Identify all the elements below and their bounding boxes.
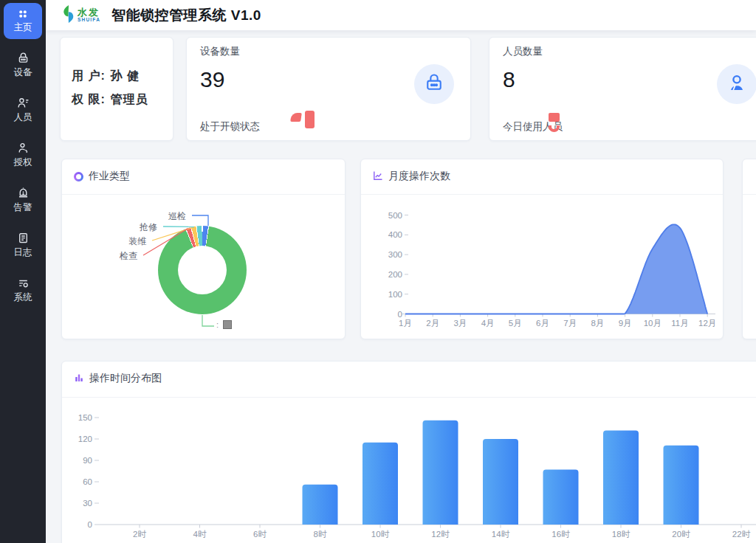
- sidebar-item-personnel[interactable]: 人员: [0, 97, 46, 124]
- top-header: 水发 SHUIFA 智能锁控管理系统 V1.0: [46, 0, 756, 30]
- log-icon: [0, 232, 46, 244]
- device-count-card: 设备数量 39 处于开锁状态: [186, 37, 471, 141]
- current-user-card: 用 户:孙 健 权 限:管理员: [60, 37, 173, 141]
- personnel-badge: [717, 64, 756, 104]
- personnel-count-value: 8: [503, 67, 515, 92]
- device-unlocked-label: 处于开锁状态: [200, 120, 260, 134]
- svg-text:400: 400: [388, 230, 402, 239]
- missing-glyph-box: [223, 320, 232, 329]
- svg-text:20时: 20时: [672, 530, 690, 539]
- user-value: 孙 健: [111, 69, 140, 82]
- leaf-logo-icon: [62, 5, 75, 26]
- svg-text:90: 90: [83, 456, 92, 465]
- svg-text:1月: 1月: [399, 319, 412, 328]
- donut-label-main: :: [216, 320, 219, 329]
- brand-name-en: SHUIFA: [78, 18, 100, 23]
- sidebar: 主页 设备 人员: [0, 0, 46, 543]
- svg-text:16时: 16时: [551, 530, 570, 539]
- svg-text:10时: 10时: [371, 530, 390, 539]
- svg-text:150: 150: [78, 413, 92, 422]
- divider: [743, 194, 756, 195]
- auth-person-icon: [0, 142, 46, 154]
- monthly-operations-area-chart: 01002003004005001月2月3月4月5月6月7月8月9月10月11月…: [361, 159, 724, 340]
- svg-text:0: 0: [398, 310, 402, 319]
- sidebar-item-label: 主页: [14, 22, 32, 32]
- svg-text:200: 200: [388, 270, 402, 279]
- lock-icon: [0, 52, 46, 64]
- svg-text:0: 0: [88, 520, 92, 529]
- grid-icon: [4, 8, 42, 20]
- svg-text:22时: 22时: [732, 530, 751, 539]
- people-icon: [0, 97, 46, 109]
- sidebar-item-label: 人员: [14, 112, 32, 122]
- svg-text:5月: 5月: [509, 319, 522, 328]
- user-label: 用 户:: [72, 69, 106, 82]
- device-count-title: 设备数量: [200, 45, 240, 58]
- svg-text:11月: 11月: [671, 319, 688, 328]
- svg-text:9月: 9月: [619, 319, 632, 328]
- personnel-count-card: 人员数量 8 今日使用人员: [489, 37, 756, 141]
- svg-text:7月: 7月: [563, 319, 577, 328]
- donut-label-zhuangwei: 装维: [128, 235, 146, 248]
- personnel-count-title: 人员数量: [503, 45, 543, 58]
- svg-text:4月: 4月: [481, 319, 495, 328]
- alarm-icon: [0, 187, 46, 199]
- svg-text:6时: 6时: [253, 530, 267, 539]
- broken-glyph-fragment: [290, 113, 302, 122]
- donut-label-xunjian: 巡检: [168, 210, 186, 223]
- svg-text:18时: 18时: [612, 530, 630, 539]
- donut-callout-lines: [62, 159, 346, 340]
- sidebar-item-authorization[interactable]: 授权: [0, 142, 46, 169]
- system-icon: [0, 277, 46, 289]
- svg-text:30: 30: [83, 499, 92, 508]
- sidebar-item-log[interactable]: 日志: [0, 232, 46, 259]
- sidebar-item-device[interactable]: 设备: [0, 52, 46, 79]
- permission-row: 权 限:管理员: [72, 92, 148, 108]
- svg-text:60: 60: [83, 477, 92, 486]
- donut-label-jiancha: 检查: [120, 250, 137, 263]
- svg-text:12月: 12月: [698, 319, 716, 328]
- sidebar-item-label: 系统: [14, 292, 32, 302]
- sidebar-item-label: 设备: [14, 67, 32, 77]
- svg-text:8时: 8时: [314, 530, 327, 539]
- sidebar-item-system[interactable]: 系统: [0, 277, 46, 304]
- cutoff-chart-card: [742, 159, 756, 339]
- device-badge: [414, 64, 454, 104]
- brand-name-cn: 水发: [78, 7, 100, 17]
- svg-text:14时: 14时: [492, 530, 510, 539]
- svg-text:500: 500: [388, 211, 402, 220]
- sidebar-item-label: 告警: [14, 202, 32, 212]
- svg-text:4时: 4时: [193, 530, 207, 539]
- page-title: 智能锁控管理系统 V1.0: [111, 6, 261, 25]
- app-window: 主页 设备 人员: [0, 0, 756, 543]
- svg-text:6月: 6月: [536, 319, 549, 328]
- svg-text:3月: 3月: [453, 319, 467, 328]
- job-type-chart-card: 作业类型 巡检 抢修 装维 检查 :: [61, 159, 346, 339]
- brand-logo: 水发 SHUIFA: [62, 5, 100, 26]
- hourly-distribution-card: 操作时间分布图 03060901201502时4时6时8时10时12时14时16…: [61, 361, 756, 543]
- sidebar-item-alarm[interactable]: 告警: [0, 187, 46, 214]
- permission-label: 权 限:: [72, 93, 106, 106]
- monthly-operations-card: 月度操作次数 01002003004005001月2月3月4月5月6月7月8月9…: [360, 159, 724, 339]
- sidebar-item-home[interactable]: 主页: [4, 3, 42, 39]
- svg-text:8月: 8月: [591, 319, 604, 328]
- svg-text:12时: 12时: [431, 530, 450, 539]
- user-row: 用 户:孙 健: [72, 69, 140, 84]
- svg-text:2时: 2时: [133, 530, 146, 539]
- donut-label-qiangxiu: 抢修: [140, 221, 157, 234]
- person-icon: [726, 72, 748, 97]
- sidebar-item-label: 授权: [14, 157, 32, 167]
- svg-text:10月: 10月: [644, 319, 662, 328]
- device-count-value: 39: [200, 67, 224, 92]
- svg-text:2月: 2月: [426, 319, 439, 328]
- svg-text:120: 120: [78, 435, 92, 443]
- lock-icon: [424, 72, 444, 96]
- permission-value: 管理员: [111, 93, 148, 106]
- broken-glyph-fragment: [305, 111, 315, 128]
- hourly-distribution-bar-chart: 03060901201502时4时6时8时10时12时14时16时18时20时2…: [62, 362, 756, 543]
- svg-text:300: 300: [388, 250, 402, 259]
- svg-text:100: 100: [388, 290, 402, 299]
- broken-glyph-fragment: [549, 113, 560, 122]
- sidebar-item-label: 日志: [14, 247, 32, 257]
